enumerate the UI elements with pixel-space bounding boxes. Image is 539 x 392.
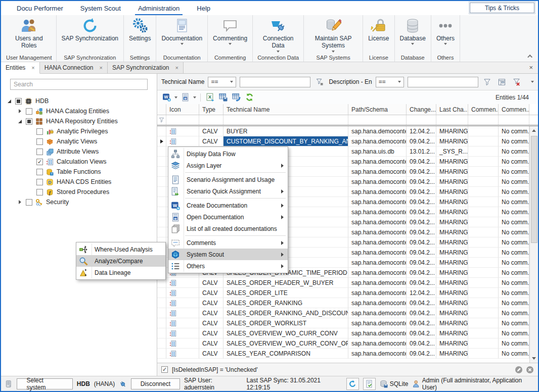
column-header-commen-7[interactable]: Commen...: [499, 104, 529, 115]
tree-checkbox[interactable]: [26, 199, 32, 206]
tree-checkbox[interactable]: [15, 98, 22, 105]
log-button[interactable]: [363, 378, 376, 390]
menu-item-display-data-flow[interactable]: Display Data Flow: [168, 148, 288, 160]
table-row-sales-year-comparison[interactable]: CALVSALES_YEAR_COMPARISONsap.hana.democo…: [157, 349, 529, 359]
clear-filter-button[interactable]: [511, 76, 522, 87]
save-layout-button[interactable]: [218, 92, 229, 103]
column-header-change-4[interactable]: Change...: [407, 104, 436, 115]
filter-editor-button[interactable]: [497, 76, 508, 87]
tree-checkbox[interactable]: [36, 149, 43, 155]
settings-button[interactable]: Settings: [128, 18, 152, 42]
sync-now-button[interactable]: [346, 378, 359, 390]
tree-item-hana-repository-entities[interactable]: HANA Repository Entities: [1, 116, 157, 126]
column-header-technical-name-2[interactable]: Technical Name: [223, 104, 348, 115]
license-button[interactable]: License: [367, 18, 390, 42]
menu-help[interactable]: Help: [188, 1, 219, 15]
menu-system-scout[interactable]: System Scout: [72, 1, 129, 15]
others-button[interactable]: Others: [435, 18, 456, 45]
technical-name-filter-input[interactable]: [240, 77, 310, 87]
apply-filter-button[interactable]: [482, 76, 493, 87]
menu-administration[interactable]: Administration: [129, 1, 188, 15]
cell-technical-name[interactable]: SALES_YEAR_COMPARISON: [223, 349, 348, 359]
expander-icon[interactable]: [17, 120, 23, 123]
documentation-button[interactable]: Documentation: [160, 18, 203, 45]
ribbon-collapse-button[interactable]: [527, 53, 534, 60]
disconnect-button[interactable]: Disconnect: [131, 378, 180, 389]
tree-item-hana-cds-entities[interactable]: DHANA CDS Entities: [1, 177, 157, 187]
tree-item-stored-procedures[interactable]: fStored Procedures: [1, 187, 157, 197]
menu-item-scenario-assignment-and-usage[interactable]: Scenario Assignment and Usage: [168, 174, 288, 185]
search-input[interactable]: [10, 79, 148, 90]
menu-item-data-lineage[interactable]: Data Lineage: [76, 267, 165, 278]
close-tab-icon[interactable]: ×: [175, 65, 178, 71]
cell-technical-name[interactable]: SALES_ORDER_HEADER_W_BUYER: [223, 278, 348, 288]
scroll-down-icon[interactable]: [530, 354, 538, 363]
close-filter-icon[interactable]: [526, 366, 534, 374]
cell-technical-name[interactable]: SALES_ORDER_WORKLIST: [223, 318, 348, 328]
tree-checkbox[interactable]: [36, 169, 43, 175]
close-tab-icon[interactable]: ×: [31, 65, 34, 71]
word-export-button[interactable]: W: [161, 92, 172, 103]
cell-technical-name[interactable]: BUYER: [223, 126, 348, 136]
refresh-button[interactable]: [244, 92, 255, 103]
tab-hana-connection[interactable]: HANA Connection×: [40, 62, 108, 74]
filter-row-expand-icon[interactable]: [531, 81, 534, 83]
tree-checkbox[interactable]: [36, 128, 43, 135]
word-document-button[interactable]: W: [180, 92, 191, 103]
tree-checkbox[interactable]: [36, 138, 43, 145]
menu-item-others[interactable]: Others: [168, 260, 288, 272]
column-header-commen-6[interactable]: Commen...: [468, 104, 499, 115]
cell-technical-name[interactable]: SALES_ORDER_RANKING: [223, 298, 348, 308]
technical-name-operator-select[interactable]: ==: [208, 77, 236, 87]
autofilter-cell-0[interactable]: [166, 115, 199, 125]
tips-and-tricks-button[interactable]: Tips & Tricks: [470, 3, 534, 13]
database-button[interactable]: Database: [399, 18, 427, 45]
excel-export-button[interactable]: X: [205, 92, 215, 103]
table-row-buyer[interactable]: CALVBUYERsap.hana.democonte...12.04.2...…: [157, 126, 529, 136]
menu-item-comments[interactable]: Comments: [168, 237, 288, 249]
restore-layout-button[interactable]: [231, 92, 242, 103]
tree-checkbox[interactable]: ✓: [36, 159, 43, 165]
commenting-button[interactable]: Commenting: [212, 18, 248, 45]
tree-item-analytic-privileges[interactable]: Analytic Privileges: [1, 126, 157, 136]
column-header-last-cha-5[interactable]: Last Cha...: [436, 104, 468, 115]
tree-item-hana-catalog-entities[interactable]: HANA Catalog Entities: [1, 106, 157, 116]
tab-entities[interactable]: Entities×: [1, 62, 40, 74]
scroll-up-icon[interactable]: [530, 126, 538, 135]
users-and-roles-button[interactable]: Users and Roles: [10, 18, 48, 50]
menu-item-scenario-quick-assignment[interactable]: Scenario Quick Assignment: [168, 185, 288, 197]
menu-item-list-of-all-created-documentations[interactable]: List of all created documentations: [168, 223, 288, 234]
description-operator-select[interactable]: ==: [376, 77, 404, 87]
vertical-scrollbar[interactable]: [529, 126, 538, 363]
table-row-sales-order-worklist[interactable]: CALVSALES_ORDER_WORKLISTsap.hana.democon…: [157, 318, 529, 328]
cell-technical-name[interactable]: SALES_OVERVIEW_WO_CURR_CONV_OPT: [223, 338, 348, 349]
table-row-sales-overview-wo-curr-conv-opt[interactable]: CALVSALES_OVERVIEW_WO_CURR_CONV_OPTsap.h…: [157, 338, 529, 349]
autofilter-cell-7[interactable]: [499, 115, 529, 125]
word-document-dropdown-icon[interactable]: [193, 96, 196, 99]
table-row-sales-order-ranking[interactable]: CALVSALES_ORDER_RANKINGsap.hana.democont…: [157, 298, 529, 308]
maintain-sap-systems-button[interactable]: Maintain SAP Systems: [308, 18, 358, 53]
tree-checkbox[interactable]: [36, 189, 43, 195]
menu-item-where-used-analysis[interactable]: Where-Used Analysis: [76, 243, 165, 255]
menu-item-system-scout[interactable]: System Scout: [168, 249, 288, 260]
close-tab-icon[interactable]: ×: [100, 65, 103, 71]
filter-equals-button[interactable]: [314, 76, 325, 87]
table-row-sales-order-header-w-buyer[interactable]: CALVSALES_ORDER_HEADER_W_BUYERsap.hana.d…: [157, 278, 529, 288]
filter-footer-checkbox[interactable]: ✓: [161, 366, 168, 373]
autofilter-cell-6[interactable]: [468, 115, 499, 125]
expander-icon[interactable]: [17, 200, 23, 204]
cell-technical-name[interactable]: CUSTOMER_DISCOUNT_BY_RANKING_AND_REGION: [223, 136, 348, 146]
tree-item-table-functions[interactable]: TTable Functions: [1, 167, 157, 177]
tree-item-calculation-views[interactable]: ✓Calculation Views: [1, 157, 157, 167]
sap-synchronization-button[interactable]: SAP Synchronization: [61, 18, 120, 42]
autofilter-cell-3[interactable]: [348, 115, 407, 125]
tree-item-analytic-views[interactable]: Analytic Views: [1, 136, 157, 146]
tree-checkbox[interactable]: [26, 118, 32, 125]
table-row-sales-order-lite[interactable]: CALVSALES_ORDER_LITEsap.hana.democonte..…: [157, 288, 529, 298]
tree-item-attribute-views[interactable]: Attribute Views: [1, 146, 157, 157]
column-header-path-schema-3[interactable]: Path/Schema: [348, 104, 407, 115]
menu-item-analyze-compare[interactable]: Analyze/Compare: [76, 255, 165, 267]
cell-technical-name[interactable]: SALES_OVERVIEW_WO_CURR_CONV: [223, 328, 348, 338]
autofilter-cell-4[interactable]: [407, 115, 436, 125]
select-system-button[interactable]: Select system: [17, 378, 72, 389]
